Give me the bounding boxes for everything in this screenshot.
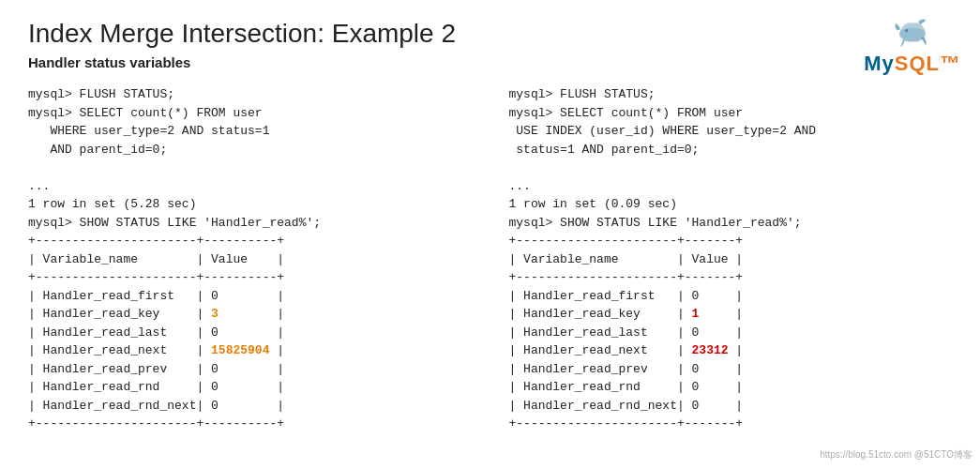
right-handler-read-next-value: 23312 bbox=[692, 343, 729, 357]
watermark: https://blog.51cto.com @51CTO博客 bbox=[820, 448, 972, 461]
page-container: MySQL™ Index Merge Intersection: Example… bbox=[0, 0, 980, 452]
content-area: mysql> FLUSH STATUS; mysql> SELECT count… bbox=[28, 85, 952, 433]
mysql-logo: MySQL™ bbox=[864, 14, 961, 76]
right-column: mysql> FLUSH STATUS; mysql> SELECT count… bbox=[509, 85, 953, 433]
svg-point-1 bbox=[905, 29, 908, 32]
mysql-logo-text: MySQL™ bbox=[864, 52, 961, 76]
mysql-dolphin-icon bbox=[890, 14, 935, 52]
left-code-block: mysql> FLUSH STATUS; mysql> SELECT count… bbox=[28, 85, 472, 433]
right-handler-read-key-value: 1 bbox=[692, 307, 700, 321]
right-code-block: mysql> FLUSH STATUS; mysql> SELECT count… bbox=[509, 85, 953, 433]
page-subtitle: Handler status variables bbox=[28, 54, 952, 70]
left-handler-read-next-value: 15825904 bbox=[211, 343, 269, 357]
left-column: mysql> FLUSH STATUS; mysql> SELECT count… bbox=[28, 85, 472, 433]
left-handler-read-key-value: 3 bbox=[211, 307, 219, 321]
page-title: Index Merge Intersection: Example 2 bbox=[28, 19, 952, 49]
